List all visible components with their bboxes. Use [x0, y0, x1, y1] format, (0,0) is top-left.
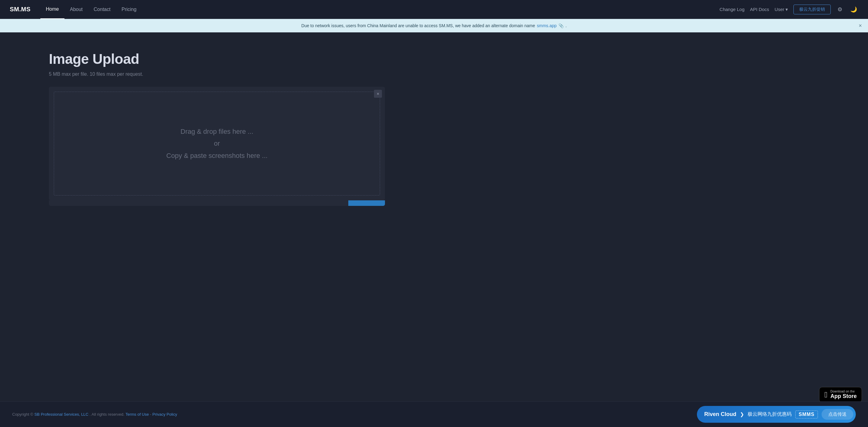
- promo-action-button[interactable]: 点击传送: [822, 409, 853, 420]
- navbar: SM.MS Home About Contact Pricing Change …: [0, 0, 868, 19]
- user-menu[interactable]: User ▾: [775, 7, 788, 12]
- page-subtitle: 5 MB max per file. 10 files max per requ…: [49, 71, 415, 77]
- promo-code: SMMS: [795, 410, 818, 419]
- app-store-small-text: Download on the: [830, 390, 857, 393]
- copyright-symbol: Copyright ©: [12, 412, 33, 417]
- upload-bottom-bar: [49, 200, 385, 206]
- gear-icon: ⚙: [837, 6, 842, 13]
- page-title: Image Upload: [49, 51, 415, 67]
- navbar-right: Change Log API Docs User ▾ 极云九折促销 ⚙ 🌙: [719, 5, 858, 14]
- banner-close-button[interactable]: ×: [859, 23, 862, 29]
- nav-pricing[interactable]: Pricing: [116, 0, 142, 19]
- promo-button[interactable]: 极云九折促销: [794, 5, 831, 14]
- brand-logo[interactable]: SM.MS: [10, 6, 31, 13]
- nav-changelog[interactable]: Change Log: [719, 7, 745, 12]
- apple-icon: : [824, 390, 827, 399]
- dark-mode-toggle[interactable]: 🌙: [849, 5, 858, 14]
- dropzone-text: Drag & drop files here ... or Copy & pas…: [166, 126, 267, 162]
- upload-dropzone[interactable]: Drag & drop files here ... or Copy & pas…: [54, 92, 380, 195]
- footer: Copyright © SB Professional Services, LL…: [0, 401, 868, 427]
- dropzone-line1: Drag & drop files here ...: [166, 126, 267, 138]
- privacy-link[interactable]: Privacy Policy: [152, 412, 177, 417]
- app-store-text: Download on the App Store: [830, 390, 857, 400]
- nav-links: Home About Contact Pricing: [40, 0, 719, 19]
- nav-apidocs[interactable]: API Docs: [750, 7, 769, 12]
- dropzone-line2: or: [166, 137, 267, 150]
- app-store-badge[interactable]:  Download on the App Store: [819, 387, 862, 402]
- company-link[interactable]: SB Professional Services, LLC: [34, 412, 88, 417]
- moon-icon: 🌙: [850, 6, 857, 13]
- rights-text: . All rights reserved.: [90, 412, 124, 417]
- nav-contact[interactable]: Contact: [88, 0, 116, 19]
- main-content: Image Upload 5 MB max per file. 10 files…: [0, 32, 428, 218]
- settings-icon[interactable]: ⚙: [836, 5, 843, 14]
- dropzone-line3: Copy & paste screenshots here ...: [166, 150, 267, 162]
- announcement-banner: Due to network issues, users from China …: [0, 19, 868, 32]
- promo-text: 极云网络九折优惠码: [748, 411, 792, 418]
- banner-text-suffix: .: [565, 23, 567, 28]
- nav-home[interactable]: Home: [40, 0, 64, 19]
- banner-text-prefix: Due to network issues, users from China …: [301, 23, 535, 28]
- upload-close-button[interactable]: ×: [374, 90, 382, 98]
- separator: -: [150, 412, 152, 417]
- banner-icon: 📎: [558, 23, 564, 28]
- footer-copyright: Copyright © SB Professional Services, LL…: [12, 412, 177, 417]
- upload-container: × Drag & drop files here ... or Copy & p…: [49, 87, 385, 200]
- footer-promo-banner: Riven Cloud ❯ 极云网络九折优惠码 SMMS 点击传送: [697, 406, 856, 423]
- app-store-large-text: App Store: [830, 393, 857, 400]
- promo-arrow-icon: ❯: [740, 412, 744, 417]
- terms-link[interactable]: Terms of Use: [126, 412, 149, 417]
- chevron-down-icon: ▾: [785, 7, 788, 12]
- nav-about[interactable]: About: [64, 0, 88, 19]
- promo-brand-name: Riven Cloud: [704, 411, 736, 418]
- banner-link[interactable]: smms.app: [537, 23, 557, 28]
